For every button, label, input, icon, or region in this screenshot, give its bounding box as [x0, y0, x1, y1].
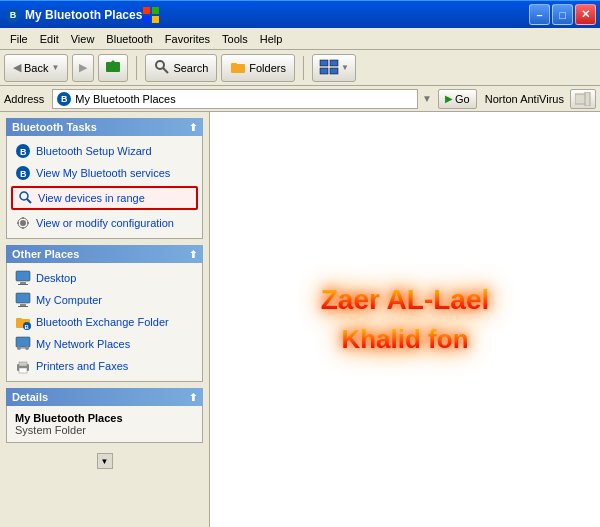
svg-rect-29	[20, 282, 26, 284]
bluetooth-tasks-title: Bluetooth Tasks	[12, 121, 97, 133]
fire-text-line2: Khalid fon	[321, 324, 490, 355]
address-dropdown-icon[interactable]: ▼	[422, 93, 432, 104]
menu-file[interactable]: File	[4, 31, 34, 47]
windows-logo	[142, 6, 160, 24]
sidebar-item-my-computer[interactable]: My Computer	[7, 289, 202, 311]
sidebar-scroll-down-btn[interactable]: ▼	[97, 453, 113, 469]
view-devices-icon	[17, 190, 33, 206]
sidebar-item-printers[interactable]: Printers and Faxes	[7, 355, 202, 377]
address-bt-icon: B	[57, 92, 71, 106]
sidebar-item-setup-wizard[interactable]: B Bluetooth Setup Wizard	[7, 140, 202, 162]
bluetooth-tasks-collapse-icon: ⬆	[189, 122, 197, 133]
svg-rect-2	[143, 16, 150, 23]
toolbar-separator-2	[303, 56, 304, 80]
svg-text:B: B	[20, 169, 27, 179]
view-dropdown-icon: ▼	[341, 63, 349, 72]
minimize-button[interactable]: –	[529, 4, 550, 25]
svg-point-22	[20, 220, 26, 226]
menu-favorites[interactable]: Favorites	[159, 31, 216, 47]
view-devices-label: View devices in range	[38, 192, 145, 204]
modify-config-label: View or modify configuration	[36, 217, 174, 229]
svg-rect-13	[330, 68, 338, 74]
other-places-body: Desktop My Computer	[6, 263, 203, 382]
titlebar: B My Bluetooth Places – □ ✕	[0, 0, 600, 28]
titlebar-left: B My Bluetooth Places	[6, 8, 142, 22]
sidebar-item-bt-exchange[interactable]: B Bluetooth Exchange Folder	[7, 311, 202, 333]
titlebar-buttons: – □ ✕	[529, 4, 596, 25]
svg-point-6	[156, 61, 164, 69]
go-arrow-icon: ▶	[445, 93, 453, 104]
search-button[interactable]: Search	[145, 54, 217, 82]
norton-label: Norton AntiVirus	[485, 93, 564, 105]
other-places-collapse-icon: ⬆	[189, 249, 197, 260]
other-places-section: Other Places ⬆ Desktop	[6, 245, 203, 382]
back-arrow-icon: ◀	[13, 61, 21, 74]
up-button[interactable]	[98, 54, 128, 82]
svg-text:B: B	[25, 324, 30, 330]
back-button[interactable]: ◀ Back ▼	[4, 54, 68, 82]
details-body: My Bluetooth Places System Folder	[6, 406, 203, 443]
menu-view[interactable]: View	[65, 31, 101, 47]
svg-point-40	[25, 346, 29, 350]
bt-services-label: View My Bluetooth services	[36, 167, 170, 179]
bt-services-icon: B	[15, 165, 31, 181]
back-dropdown-icon: ▼	[51, 63, 59, 72]
maximize-button[interactable]: □	[552, 4, 573, 25]
svg-rect-44	[19, 368, 27, 373]
svg-rect-3	[152, 16, 159, 23]
menu-help[interactable]: Help	[254, 31, 289, 47]
desktop-icon	[15, 270, 31, 286]
sidebar-item-my-bt-services[interactable]: B View My Bluetooth services	[7, 162, 202, 184]
titlebar-icon: B	[6, 8, 20, 22]
toolbar: ◀ Back ▼ ▶ Search Folders	[0, 50, 600, 86]
details-header[interactable]: Details ⬆	[6, 388, 203, 406]
my-network-icon	[15, 336, 31, 352]
address-label: Address	[4, 93, 48, 105]
sidebar-item-modify-config[interactable]: View or modify configuration	[7, 212, 202, 234]
bt-exchange-icon: B	[15, 314, 31, 330]
address-text: My Bluetooth Places	[75, 93, 175, 105]
svg-rect-15	[585, 92, 590, 106]
svg-rect-0	[143, 7, 150, 14]
bluetooth-tasks-body: B Bluetooth Setup Wizard B View My Bluet…	[6, 136, 203, 239]
other-places-header[interactable]: Other Places ⬆	[6, 245, 203, 263]
sidebar-item-desktop[interactable]: Desktop	[7, 267, 202, 289]
modify-config-icon	[15, 215, 31, 231]
svg-rect-31	[16, 293, 30, 303]
forward-button[interactable]: ▶	[72, 54, 94, 82]
norton-icon-button[interactable]	[570, 89, 596, 109]
svg-rect-12	[320, 68, 328, 74]
sidebar-scroll-controls: ▼	[0, 449, 209, 473]
view-button[interactable]: ▼	[312, 54, 356, 82]
details-title-label: Details	[12, 391, 48, 403]
svg-rect-35	[16, 318, 22, 321]
menu-tools[interactable]: Tools	[216, 31, 254, 47]
address-input[interactable]: B My Bluetooth Places	[52, 89, 418, 109]
svg-line-7	[163, 68, 168, 73]
my-computer-label: My Computer	[36, 294, 102, 306]
details-folder-name: My Bluetooth Places	[15, 412, 194, 424]
svg-rect-43	[19, 362, 27, 366]
bluetooth-tasks-header[interactable]: Bluetooth Tasks ⬆	[6, 118, 203, 136]
svg-rect-10	[320, 60, 328, 66]
svg-line-21	[27, 199, 31, 203]
close-button[interactable]: ✕	[575, 4, 596, 25]
sidebar-item-my-network[interactable]: My Network Places	[7, 333, 202, 355]
svg-rect-28	[16, 271, 30, 281]
printers-icon	[15, 358, 31, 374]
svg-rect-33	[18, 306, 28, 307]
go-button[interactable]: ▶ Go	[438, 89, 477, 109]
other-places-title: Other Places	[12, 248, 79, 260]
svg-rect-32	[20, 304, 26, 306]
search-toolbar-icon	[154, 59, 170, 77]
sidebar-item-view-devices[interactable]: View devices in range	[11, 186, 198, 210]
menu-edit[interactable]: Edit	[34, 31, 65, 47]
folders-button[interactable]: Folders	[221, 54, 295, 82]
desktop-label: Desktop	[36, 272, 76, 284]
setup-wizard-label: Bluetooth Setup Wizard	[36, 145, 152, 157]
menu-bluetooth[interactable]: Bluetooth	[100, 31, 158, 47]
bt-exchange-label: Bluetooth Exchange Folder	[36, 316, 169, 328]
forward-arrow-icon: ▶	[79, 61, 87, 74]
svg-rect-38	[16, 337, 30, 347]
printers-label: Printers and Faxes	[36, 360, 128, 372]
